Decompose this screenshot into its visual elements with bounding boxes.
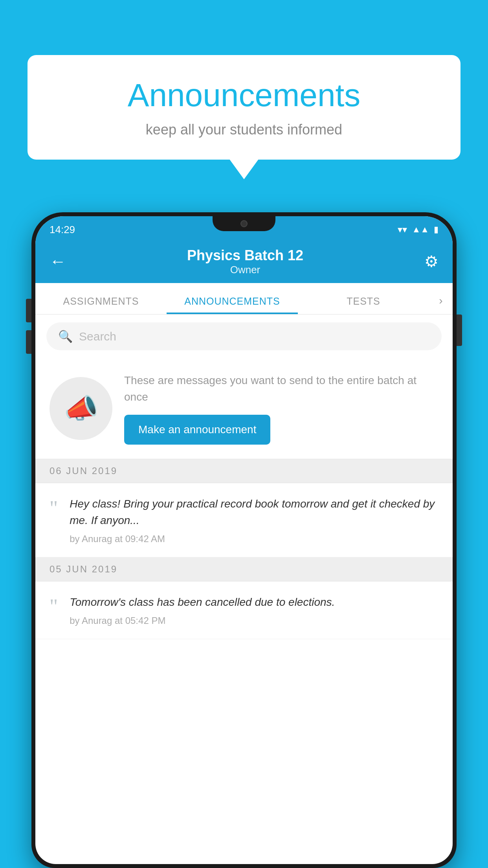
announcements-heading: Announcements	[51, 77, 437, 114]
announcement-item-2: " Tomorrow's class has been cancelled du…	[35, 581, 453, 639]
announcement-meta-1: by Anurag at 09:42 AM	[70, 533, 438, 544]
promo-icon-circle: 📣	[50, 377, 112, 440]
app-header: ← Physics Batch 12 Owner ⚙	[35, 240, 453, 283]
announcements-subtitle: keep all your students informed	[51, 121, 437, 138]
phone-notch	[213, 216, 275, 231]
status-icons: ▾▾ ▲▲ ▮	[398, 224, 438, 235]
announcement-meta-2: by Anurag at 05:42 PM	[70, 615, 438, 626]
announcement-text-1: Hey class! Bring your practical record b…	[70, 496, 438, 529]
status-time: 14:29	[50, 224, 75, 236]
phone-screen: 14:29 ▾▾ ▲▲ ▮ ← Physics Batch 12 Owner ⚙…	[35, 216, 453, 864]
make-announcement-button[interactable]: Make an announcement	[124, 415, 270, 445]
front-camera	[240, 220, 248, 227]
search-container: 🔍 Search	[35, 314, 453, 358]
battery-icon: ▮	[434, 224, 438, 235]
volume-down-button	[26, 330, 31, 354]
tab-more-button[interactable]: ›	[429, 294, 453, 314]
tab-announcements[interactable]: ANNOUNCEMENTS	[167, 296, 298, 314]
promo-content: These are messages you want to send to t…	[124, 372, 438, 445]
settings-button[interactable]: ⚙	[424, 252, 438, 270]
promo-description: These are messages you want to send to t…	[124, 372, 438, 405]
announcement-text-2: Tomorrow's class has been cancelled due …	[70, 594, 438, 611]
megaphone-icon: 📣	[64, 392, 98, 425]
announcement-content-1: Hey class! Bring your practical record b…	[70, 496, 438, 544]
search-input[interactable]: Search	[79, 330, 116, 343]
tab-tests[interactable]: TESTS	[298, 296, 429, 314]
announcement-item-1: " Hey class! Bring your practical record…	[35, 483, 453, 557]
volume-up-button	[26, 299, 31, 322]
header-title-area: Physics Batch 12 Owner	[66, 247, 424, 276]
speech-bubble-card: Announcements keep all your students inf…	[28, 55, 460, 160]
speech-bubble: Announcements keep all your students inf…	[28, 55, 460, 160]
date-divider-2: 05 JUN 2019	[35, 557, 453, 581]
announcement-content-2: Tomorrow's class has been cancelled due …	[70, 594, 438, 626]
quote-icon-1: "	[50, 498, 58, 519]
back-button[interactable]: ←	[50, 252, 66, 271]
wifi-icon: ▾▾	[398, 224, 407, 235]
search-icon: 🔍	[58, 329, 73, 343]
search-bar[interactable]: 🔍 Search	[46, 322, 442, 350]
power-button	[457, 314, 462, 346]
promo-section: 📣 These are messages you want to send to…	[35, 358, 453, 459]
tab-assignments[interactable]: ASSIGNMENTS	[35, 296, 167, 314]
phone-frame: 14:29 ▾▾ ▲▲ ▮ ← Physics Batch 12 Owner ⚙…	[31, 212, 457, 868]
quote-icon-2: "	[50, 596, 58, 617]
batch-title: Physics Batch 12	[66, 247, 424, 264]
date-divider-1: 06 JUN 2019	[35, 459, 453, 483]
tabs-bar: ASSIGNMENTS ANNOUNCEMENTS TESTS ›	[35, 283, 453, 314]
user-role: Owner	[66, 264, 424, 276]
signal-icon: ▲▲	[412, 224, 429, 235]
